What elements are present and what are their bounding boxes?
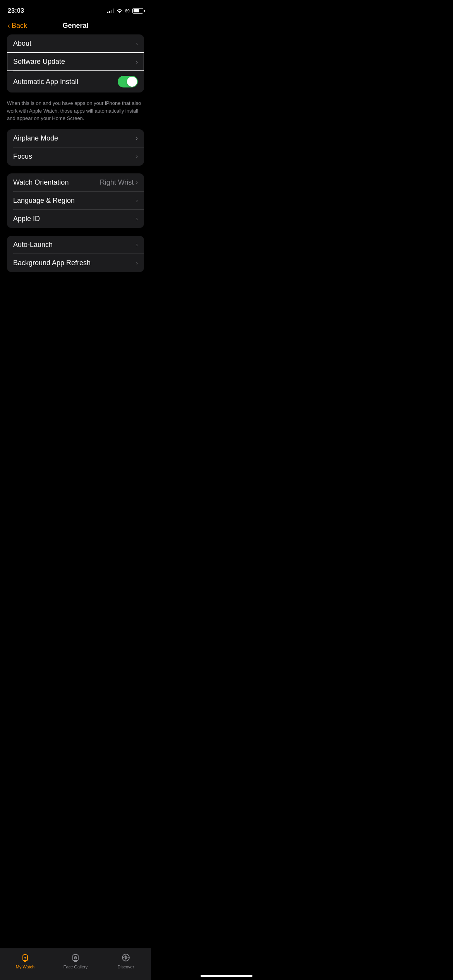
apple-id-label: Apple ID [13,215,40,223]
software-update-item[interactable]: Software Update › [7,53,144,71]
status-icons: 69 [107,8,143,14]
auto-launch-label: Auto-Launch [13,241,53,249]
watch-orientation-right: Right Wrist › [100,178,138,187]
language-region-right: › [136,197,138,204]
software-update-right: › [136,59,138,65]
settings-group-2: Airplane Mode › Focus › [7,129,144,166]
back-chevron-icon: ‹ [8,22,10,30]
settings-group-1: About › Software Update › Automatic App … [7,34,144,93]
software-update-chevron-icon: › [136,59,138,65]
signal-bars-icon [107,9,114,13]
back-label: Back [12,22,27,30]
automatic-app-install-item[interactable]: Automatic App Install [7,71,144,93]
language-region-chevron-icon: › [136,197,138,204]
watch-orientation-chevron-icon: › [136,179,138,185]
toggle-knob [127,77,137,87]
settings-group-3: Watch Orientation Right Wrist › Language… [7,173,144,228]
about-label: About [13,39,31,48]
auto-launch-chevron-icon: › [136,242,138,248]
status-bar: 23:03 69 [0,0,151,19]
background-app-refresh-label: Background App Refresh [13,259,91,267]
focus-item[interactable]: Focus › [7,147,144,166]
battery-icon [132,8,143,14]
software-update-label: Software Update [13,58,65,66]
status-time: 23:03 [8,7,24,14]
automatic-app-install-toggle[interactable] [118,76,138,87]
background-app-refresh-item[interactable]: Background App Refresh › [7,254,144,272]
auto-launch-item[interactable]: Auto-Launch › [7,236,144,254]
nav-bar: ‹ Back General [0,19,151,34]
back-button[interactable]: ‹ Back [8,22,27,30]
background-app-refresh-right: › [136,260,138,266]
battery-container: 69 [125,8,143,14]
airplane-mode-chevron-icon: › [136,135,138,141]
about-item[interactable]: About › [7,34,144,53]
settings-content: About › Software Update › Automatic App … [0,34,151,319]
apple-id-chevron-icon: › [136,216,138,222]
battery-percentage: 69 [125,9,130,13]
airplane-mode-label: Airplane Mode [13,134,58,142]
auto-launch-right: › [136,242,138,248]
watch-orientation-label: Watch Orientation [13,178,69,187]
watch-orientation-value: Right Wrist [100,178,134,187]
about-chevron-icon: › [136,41,138,47]
airplane-mode-item[interactable]: Airplane Mode › [7,129,144,147]
airplane-mode-right: › [136,135,138,141]
focus-chevron-icon: › [136,153,138,159]
page-title: General [62,22,88,30]
automatic-app-install-label: Automatic App Install [13,78,78,86]
focus-right: › [136,153,138,159]
apple-id-right: › [136,216,138,222]
language-region-label: Language & Region [13,197,75,205]
watch-orientation-item[interactable]: Watch Orientation Right Wrist › [7,173,144,192]
wifi-icon [117,9,123,13]
settings-group-4: Auto-Launch › Background App Refresh › [7,236,144,272]
background-app-refresh-chevron-icon: › [136,260,138,266]
apple-id-item[interactable]: Apple ID › [7,210,144,228]
automatic-app-install-description: When this is on and you have apps on you… [7,96,144,129]
focus-label: Focus [13,152,32,161]
about-right: › [136,41,138,47]
language-region-item[interactable]: Language & Region › [7,192,144,210]
